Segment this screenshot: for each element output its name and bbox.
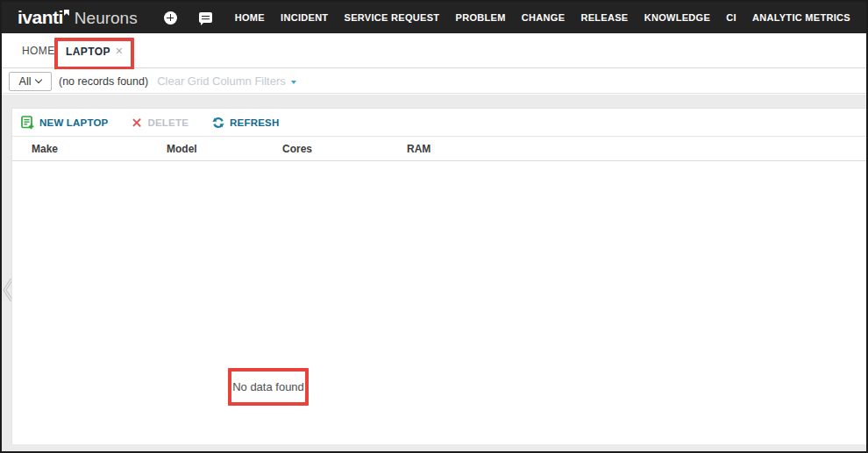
nav-item-change[interactable]: CHANGE xyxy=(522,12,565,23)
nav-item-knowledge[interactable]: KNOWLEDGE xyxy=(644,12,710,23)
caret-down-icon xyxy=(291,81,296,84)
column-header-ram[interactable]: RAM xyxy=(407,143,430,155)
nav-item-analytic-metrics[interactable]: ANALYTIC METRICS xyxy=(752,12,850,23)
nav-item-incident[interactable]: INCIDENT xyxy=(281,12,328,23)
laptop-tab-highlight-annotation xyxy=(54,38,134,70)
chevron-down-icon xyxy=(35,76,42,83)
column-header-model[interactable]: Model xyxy=(167,143,197,155)
refresh-label: REFRESH xyxy=(230,117,279,128)
scope-select-value: All xyxy=(19,75,32,88)
no-data-message: No data found xyxy=(232,380,304,393)
nav-item-service-request[interactable]: SERVICE REQUEST xyxy=(345,12,440,23)
brand-product-text: Neurons xyxy=(75,9,138,28)
add-icon[interactable] xyxy=(164,11,177,25)
brand-ivanti-text: ivanti xyxy=(18,7,63,28)
nav-item-problem[interactable]: PROBLEM xyxy=(456,12,506,23)
laptop-list-panel: NEW LAPTOP DELETE REFRESH xyxy=(11,108,866,444)
navbar-icons xyxy=(164,11,212,25)
column-header-make[interactable]: Make xyxy=(32,143,58,155)
workspace-tab-bar: HOME LAPTOP× xyxy=(2,33,866,68)
filter-bar: All (no records found) Clear Grid Column… xyxy=(2,69,866,94)
refresh-icon xyxy=(212,117,224,129)
refresh-button[interactable]: REFRESH xyxy=(212,117,279,129)
clear-grid-column-filters[interactable]: Clear Grid Column Filters xyxy=(157,74,296,88)
nav-item-home[interactable]: HOME xyxy=(235,12,265,23)
nav-item-ci[interactable]: CI xyxy=(726,12,736,23)
document-plus-icon xyxy=(21,116,34,130)
new-laptop-label: NEW LAPTOP xyxy=(39,117,108,128)
brand-flag-mark xyxy=(64,10,69,16)
new-laptop-button[interactable]: NEW LAPTOP xyxy=(21,116,108,130)
app-window: ivanti Neurons HOME INCIDENT SERVICE REQ… xyxy=(0,0,868,453)
delete-label: DELETE xyxy=(147,117,189,128)
chat-icon[interactable] xyxy=(199,12,212,23)
delete-x-icon xyxy=(132,117,142,128)
column-header-cores[interactable]: Cores xyxy=(282,143,312,155)
nav-item-release[interactable]: RELEASE xyxy=(580,12,628,23)
list-toolbar: NEW LAPTOP DELETE REFRESH xyxy=(12,109,866,137)
delete-button[interactable]: DELETE xyxy=(132,117,189,128)
work-area: NEW LAPTOP DELETE REFRESH xyxy=(2,95,866,451)
scope-select[interactable]: All xyxy=(9,72,52,91)
brand-logo: ivanti Neurons xyxy=(18,7,138,28)
no-data-highlight-annotation: No data found xyxy=(228,368,309,406)
top-navbar: ivanti Neurons HOME INCIDENT SERVICE REQ… xyxy=(2,2,866,33)
grid-header-row: Make Model Cores RAM xyxy=(12,137,866,161)
records-status: (no records found) xyxy=(59,75,148,88)
navbar-menu: HOME INCIDENT SERVICE REQUEST PROBLEM CH… xyxy=(235,12,852,23)
clear-grid-column-filters-label: Clear Grid Column Filters xyxy=(157,74,286,88)
tab-home[interactable]: HOME xyxy=(22,45,55,57)
